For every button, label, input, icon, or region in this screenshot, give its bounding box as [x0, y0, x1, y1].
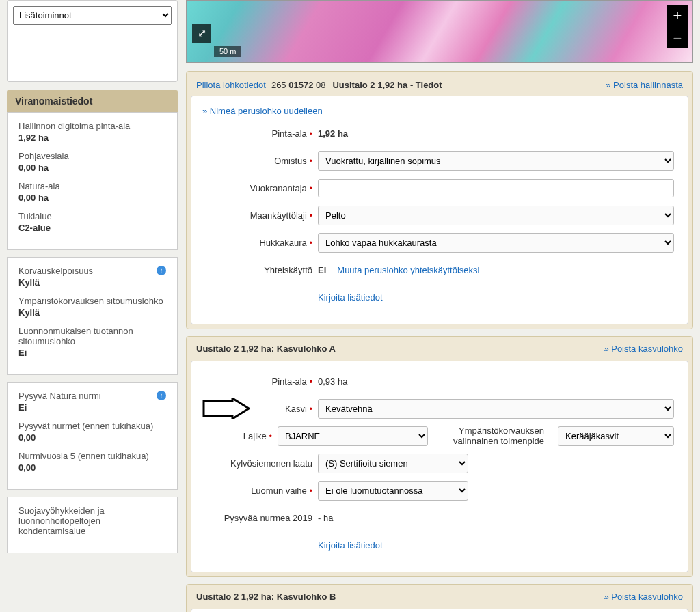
main-content: + − ⤢ 50 m Piilota lohkotiedot 265 01572…: [186, 0, 693, 612]
crop-a-title: Uusitalo 2 1,92 ha: Kasvulohko A: [196, 344, 336, 354]
info-row-value: 1,92 ha: [18, 133, 166, 143]
info-icon[interactable]: i: [157, 266, 166, 275]
info-row-label: Korvauskelpoisuus: [18, 266, 93, 276]
wildoat-label: Hukkakaura •: [198, 238, 318, 248]
info-row-label: Nurmivuosia 5 (ennen tukihakua): [18, 451, 166, 461]
landuse-label: Maankäyttölaji •: [198, 210, 318, 221]
info-row-value: 0,00: [18, 462, 166, 473]
crop-parcel-b: Uusitalo 2 1,92 ha: Kasvulohko B » Poist…: [186, 584, 693, 612]
crop-a-variety-label: Lajike •: [198, 431, 278, 441]
authority-info-header: Viranomaistiedot: [7, 90, 178, 112]
crop-a-notes-link[interactable]: Kirjoita lisätiedot: [318, 540, 383, 551]
actions-select[interactable]: Lisätoiminnot: [13, 6, 172, 25]
env-measure-select[interactable]: Kerääjäkasvit: [558, 426, 674, 446]
organic-phase-a-label: Luomun vaihe •: [198, 486, 318, 496]
seed-quality-select[interactable]: (S) Sertifioitu siemen: [318, 454, 468, 473]
info-row-label: Suojavyöhykkeiden ja luonnonhoitopeltoje…: [18, 505, 166, 536]
info-icon[interactable]: i: [157, 391, 166, 400]
parcel-title: Uusitalo 2 1,92 ha - Tiedot: [332, 80, 442, 90]
fullscreen-icon[interactable]: ⤢: [192, 24, 211, 43]
hide-parcel-link[interactable]: Piilota lohkotiedot: [196, 80, 266, 90]
info-row-value: 0,00 ha: [18, 193, 166, 203]
info-row-label: Luonnonmukaisen tuotannon sitoumuslohko: [18, 326, 166, 346]
shared-use-change-link[interactable]: Muuta peruslohko yhteiskäyttöiseksi: [337, 265, 479, 275]
info-row-value: Ei: [18, 348, 166, 358]
remove-crop-b-link[interactable]: » Poista kasvulohko: [604, 592, 683, 602]
actions-box: Lisätoiminnot: [7, 0, 178, 82]
info-row-label: Natura-ala: [18, 181, 166, 191]
parcel-form: » Nimeä peruslohko uudelleen Pinta-ala •…: [191, 96, 688, 324]
info-row-label: Pohjavesiala: [18, 151, 166, 161]
info-row-label: Ympäristökorvauksen sitoumuslohko: [18, 296, 166, 306]
info-row-label: Pysyvä Natura nurmi: [18, 391, 101, 401]
parcel-id: 265 01572 08: [271, 80, 326, 90]
seed-quality-label: Kylvösiemenen laatu: [198, 458, 318, 469]
shared-use-value: Ei: [318, 265, 326, 275]
crop-a-plant-label: Kasvi •: [198, 404, 318, 414]
crop-b-title: Uusitalo 2 1,92 ha: Kasvulohko B: [196, 592, 336, 602]
area-value: 1,92 ha: [318, 128, 348, 139]
authority-group-2: KorvauskelpoisuusiKylläYmpäristökorvauks…: [7, 257, 178, 375]
info-row-label: Hallinnon digitoima pinta-ala: [18, 121, 166, 131]
left-sidebar: Lisätoiminnot Viranomaistiedot Hallinnon…: [7, 0, 178, 612]
info-row-label: Tukialue: [18, 211, 166, 221]
info-row-value: Kyllä: [18, 277, 166, 288]
crop-parcel-a: Uusitalo 2 1,92 ha: Kasvulohko A » Poist…: [186, 336, 693, 577]
ownership-label: Omistus •: [198, 156, 318, 166]
crop-a-area-label: Pinta-ala •: [198, 376, 318, 387]
info-row-value: 0,00: [18, 432, 166, 443]
perm-grass-value: - ha: [318, 513, 333, 523]
crop-a-variety-select[interactable]: BJARNE: [278, 426, 428, 446]
info-row-label: Pysyvät nurmet (ennen tukihakua): [18, 421, 166, 431]
crop-a-area-value: 0,93 ha: [318, 376, 347, 387]
ownership-select[interactable]: Vuokrattu, kirjallinen sopimus: [318, 151, 674, 171]
env-measure-label: Ympäristökorvauksen valinnainen toimenpi…: [442, 426, 544, 446]
zoom-in-icon[interactable]: +: [667, 5, 688, 27]
parcel-notes-link[interactable]: Kirjoita lisätiedot: [318, 292, 383, 303]
lessor-input[interactable]: [318, 179, 674, 197]
shared-use-label: Yhteiskäyttö: [198, 265, 318, 275]
rename-parcel-link[interactable]: » Nimeä peruslohko uudelleen: [202, 106, 323, 116]
info-row-value: C2-alue: [18, 223, 166, 233]
lessor-label: Vuokranantaja •: [198, 183, 318, 193]
map[interactable]: + − ⤢ 50 m: [186, 0, 693, 63]
authority-group-1: Hallinnon digitoima pinta-ala1,92 haPohj…: [7, 112, 178, 250]
zoom-out-icon[interactable]: −: [667, 27, 688, 48]
info-row-value: Ei: [18, 402, 166, 413]
landuse-select[interactable]: Pelto: [318, 206, 674, 225]
remove-crop-a-link[interactable]: » Poista kasvulohko: [604, 344, 683, 354]
wildoat-select[interactable]: Lohko vapaa hukkakaurasta: [318, 233, 674, 253]
organic-phase-a-select[interactable]: Ei ole luomutuotannossa: [318, 481, 468, 501]
parcel-panel: Piilota lohkotiedot 265 01572 08 Uusital…: [186, 71, 693, 329]
info-row-value: Kyllä: [18, 307, 166, 318]
perm-grass-label: Pysyvää nurmea 2019: [198, 513, 318, 523]
crop-a-plant-select[interactable]: Kevätvehnä: [318, 399, 674, 419]
area-label: Pinta-ala •: [198, 128, 318, 139]
remove-parcel-link[interactable]: » Poista hallinnasta: [606, 80, 683, 90]
authority-group-4: Suojavyöhykkeiden ja luonnonhoitopeltoje…: [7, 497, 178, 553]
info-row-value: 0,00 ha: [18, 163, 166, 173]
authority-group-3: Pysyvä Natura nurmiiEiPysyvät nurmet (en…: [7, 382, 178, 490]
map-scale-label: 50 m: [214, 46, 241, 57]
